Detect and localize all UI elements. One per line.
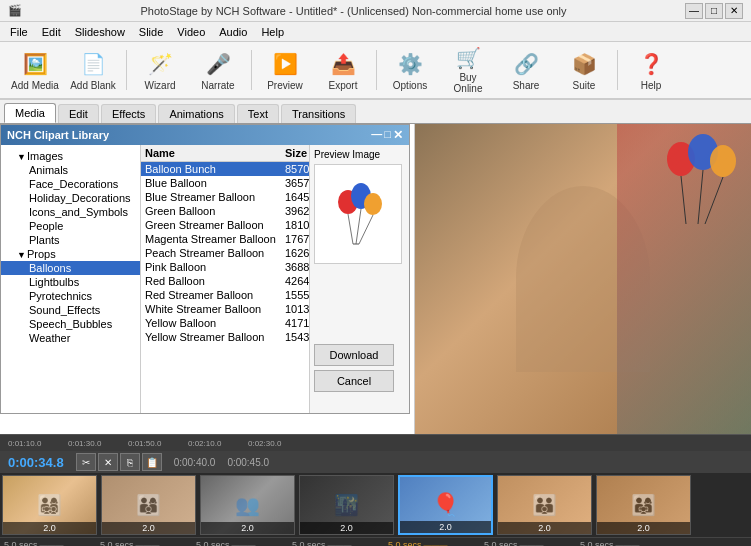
list-row-magenta-streamer[interactable]: Magenta Streamer Balloon 176756: [141, 232, 309, 246]
title-bar: 🎬 PhotoStage by NCH Software - Untitled*…: [0, 0, 751, 22]
tree-item-face-decorations[interactable]: Face_Decorations: [1, 177, 140, 191]
list-row-red-streamer[interactable]: Red Streamer Balloon 155514: [141, 288, 309, 302]
list-row-green-balloon[interactable]: Green Balloon 39629: [141, 204, 309, 218]
toolbar-wizard[interactable]: 🪄 Wizard: [133, 45, 187, 95]
svg-line-3: [356, 209, 361, 244]
list-row-green-streamer[interactable]: Green Streamer Balloon 181080: [141, 218, 309, 232]
tree-item-speech-bubbles[interactable]: Speech_Bubbles: [1, 317, 140, 331]
tree-item-animals[interactable]: Animals: [1, 163, 140, 177]
menu-file[interactable]: File: [4, 25, 34, 39]
menu-edit[interactable]: Edit: [36, 25, 67, 39]
thumb-1[interactable]: 👨‍👩‍👧‍👦 2.0: [2, 475, 97, 535]
toolbar-add-media[interactable]: 🖼️ Add Media: [8, 45, 62, 95]
tab-text[interactable]: Text: [237, 104, 279, 123]
tab-animations[interactable]: Animations: [158, 104, 234, 123]
toolbar-suite[interactable]: 📦 Suite: [557, 45, 611, 95]
list-row-blue-balloon[interactable]: Blue Balloon 36571: [141, 176, 309, 190]
thumb-6[interactable]: 👪 2.0: [497, 475, 592, 535]
ruler-time-4: 0:02:10.0: [188, 439, 248, 448]
list-row-yellow-balloon[interactable]: Yellow Balloon 41711: [141, 316, 309, 330]
wizard-label: Wizard: [144, 80, 175, 91]
dialog-maximize[interactable]: □: [384, 128, 391, 142]
list-row-red-balloon[interactable]: Red Balloon 42646: [141, 274, 309, 288]
video-balloons-svg: [661, 134, 741, 234]
tree-panel: ▼Images Animals Face_Decorations Holiday…: [1, 145, 141, 413]
tree-item-sound-effects[interactable]: Sound_Effects: [1, 303, 140, 317]
menu-help[interactable]: Help: [255, 25, 290, 39]
timeline-area: 0:01:10.0 0:01:30.0 0:01:50.0 0:02:10.0 …: [0, 434, 751, 546]
transport-buttons[interactable]: ✂ ✕ ⎘ 📋: [76, 453, 162, 471]
menu-video[interactable]: Video: [171, 25, 211, 39]
svg-line-1: [348, 214, 353, 244]
ruler-time-5: 0:02:30.0: [248, 439, 308, 448]
tree-item-people[interactable]: People: [1, 219, 140, 233]
transport-delete[interactable]: ✕: [98, 453, 118, 471]
menu-slide[interactable]: Slide: [133, 25, 169, 39]
timeline-ruler: 0:01:10.0 0:01:30.0 0:01:50.0 0:02:10.0 …: [0, 435, 751, 451]
maximize-button[interactable]: □: [705, 3, 723, 19]
options-label: Options: [393, 80, 427, 91]
thumb-7[interactable]: 👨‍👩‍👧 2.0: [596, 475, 691, 535]
dialog-close-button[interactable]: ✕: [393, 128, 403, 142]
tree-item-balloons[interactable]: Balloons: [1, 261, 140, 275]
timing-5: 5.0 secs ▬▬▬: [388, 540, 484, 546]
export-label: Export: [329, 80, 358, 91]
tab-edit[interactable]: Edit: [58, 104, 99, 123]
tree-item-plants[interactable]: Plants: [1, 233, 140, 247]
suite-label: Suite: [573, 80, 596, 91]
tab-transitions[interactable]: Transitions: [281, 104, 356, 123]
svg-line-13: [705, 177, 723, 224]
tree-item-holiday-decorations[interactable]: Holiday_Decorations: [1, 191, 140, 205]
timing-6: 5.0 secs ▬▬▬: [484, 540, 580, 546]
toolbar-help[interactable]: ❓ Help: [624, 45, 678, 95]
tree-item-props[interactable]: ▼Props: [1, 247, 140, 261]
thumb-2[interactable]: 👨‍👩‍👦 2.0: [101, 475, 196, 535]
svg-line-5: [359, 215, 373, 244]
tree-item-icons-symbols[interactable]: Icons_and_Symbols: [1, 205, 140, 219]
list-row-blue-streamer[interactable]: Blue Streamer Balloon 164598: [141, 190, 309, 204]
thumb-4[interactable]: 🌃 2.0: [299, 475, 394, 535]
download-button[interactable]: Download: [314, 344, 394, 366]
toolbar-share[interactable]: 🔗 Share: [499, 45, 553, 95]
tree-item-pyrotechnics[interactable]: Pyrotechnics: [1, 289, 140, 303]
toolbar-preview[interactable]: ▶️ Preview: [258, 45, 312, 95]
list-row-pink-balloon[interactable]: Pink Balloon 36880: [141, 260, 309, 274]
export-icon: 📤: [329, 50, 357, 78]
toolbar-buy-online[interactable]: 🛒 Buy Online: [441, 45, 495, 95]
preview-image-area: [314, 164, 402, 264]
thumb-5[interactable]: 🎈 2.0: [398, 475, 493, 535]
menu-audio[interactable]: Audio: [213, 25, 253, 39]
list-row-yellow-streamer[interactable]: Yellow Streamer Balloon 154393: [141, 330, 309, 344]
dialog-buttons: Download Cancel: [314, 344, 405, 392]
toolbar-export[interactable]: 📤 Export: [316, 45, 370, 95]
tab-media[interactable]: Media: [4, 103, 56, 123]
dialog-minimize[interactable]: —: [371, 128, 382, 142]
cancel-button[interactable]: Cancel: [314, 370, 394, 392]
narrate-icon: 🎤: [204, 50, 232, 78]
window-controls[interactable]: — □ ✕: [685, 3, 743, 19]
share-label: Share: [513, 80, 540, 91]
tree-item-lightbulbs[interactable]: Lightbulbs: [1, 275, 140, 289]
tree-item-images[interactable]: ▼Images: [1, 149, 140, 163]
add-blank-label: Add Blank: [70, 80, 116, 91]
tree-item-weather[interactable]: Weather: [1, 331, 140, 345]
list-panel: Name Size (Bytes) Downloaded Balloon Bun…: [141, 145, 309, 413]
list-row-white-streamer[interactable]: White Streamer Balloon 101340: [141, 302, 309, 316]
close-button[interactable]: ✕: [725, 3, 743, 19]
transport-paste[interactable]: 📋: [142, 453, 162, 471]
transport-copy[interactable]: ⎘: [120, 453, 140, 471]
options-icon: ⚙️: [396, 50, 424, 78]
toolbar-narrate[interactable]: 🎤 Narrate: [191, 45, 245, 95]
toolbar-options[interactable]: ⚙️ Options: [383, 45, 437, 95]
list-row-balloon-bunch[interactable]: Balloon Bunch 85708: [141, 162, 309, 176]
transport-scissors[interactable]: ✂: [76, 453, 96, 471]
thumb-3[interactable]: 👥 2.0: [200, 475, 295, 535]
minimize-button[interactable]: —: [685, 3, 703, 19]
timing-7: 5.0 secs ▬▬▬: [580, 540, 676, 546]
list-row-peach-streamer[interactable]: Peach Streamer Balloon 162694: [141, 246, 309, 260]
time-right: 0:00:45.0: [227, 457, 269, 468]
menu-slideshow[interactable]: Slideshow: [69, 25, 131, 39]
toolbar-add-blank[interactable]: 📄 Add Blank: [66, 45, 120, 95]
tab-effects[interactable]: Effects: [101, 104, 156, 123]
col-name: Name: [145, 147, 285, 159]
